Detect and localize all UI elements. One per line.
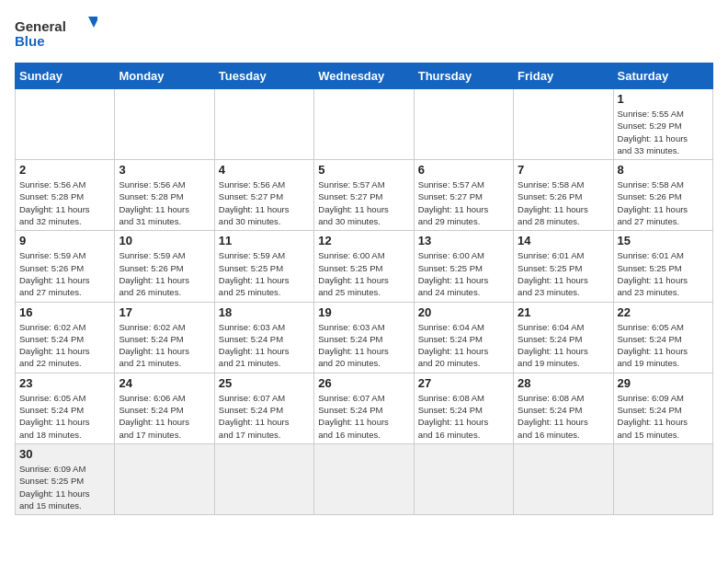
day-number: 11 (219, 234, 310, 247)
calendar-cell: 5Sunrise: 5:57 AM Sunset: 5:27 PM Daylig… (314, 160, 414, 231)
logo-svg: General Blue (15, 15, 97, 52)
calendar-cell (214, 89, 313, 160)
weekday-header: Saturday (613, 63, 712, 89)
calendar-cell: 26Sunrise: 6:07 AM Sunset: 5:24 PM Dayli… (314, 373, 414, 443)
calendar-cell: 14Sunrise: 6:01 AM Sunset: 5:25 PM Dayli… (514, 231, 613, 302)
calendar-cell: 6Sunrise: 5:57 AM Sunset: 5:27 PM Daylig… (414, 160, 513, 231)
day-number: 19 (318, 305, 409, 319)
day-number: 23 (19, 376, 110, 390)
day-number: 27 (418, 376, 509, 390)
day-info: Sunrise: 6:05 AM Sunset: 5:24 PM Dayligh… (19, 392, 110, 441)
calendar-cell: 13Sunrise: 6:00 AM Sunset: 5:25 PM Dayli… (414, 231, 513, 302)
calendar-cell: 7Sunrise: 5:58 AM Sunset: 5:26 PM Daylig… (514, 160, 613, 231)
day-number: 16 (19, 305, 110, 319)
calendar-cell: 4Sunrise: 5:56 AM Sunset: 5:27 PM Daylig… (214, 160, 313, 231)
calendar-cell: 9Sunrise: 5:59 AM Sunset: 5:26 PM Daylig… (16, 231, 115, 302)
calendar-cell (414, 89, 513, 160)
calendar-week-row: 9Sunrise: 5:59 AM Sunset: 5:26 PM Daylig… (16, 231, 713, 302)
calendar-cell (16, 89, 115, 160)
calendar-cell: 11Sunrise: 5:59 AM Sunset: 5:25 PM Dayli… (214, 231, 313, 302)
day-number: 21 (518, 305, 609, 319)
day-number: 8 (618, 163, 709, 177)
calendar-cell: 22Sunrise: 6:05 AM Sunset: 5:24 PM Dayli… (613, 302, 712, 373)
calendar-cell: 15Sunrise: 6:01 AM Sunset: 5:25 PM Dayli… (613, 231, 712, 302)
day-number: 5 (318, 163, 409, 177)
page-header: General Blue (15, 15, 713, 52)
day-info: Sunrise: 6:01 AM Sunset: 5:25 PM Dayligh… (618, 249, 709, 298)
day-info: Sunrise: 6:00 AM Sunset: 5:25 PM Dayligh… (318, 249, 409, 298)
day-info: Sunrise: 6:07 AM Sunset: 5:24 PM Dayligh… (219, 392, 310, 441)
calendar-cell (314, 443, 414, 514)
calendar-cell: 20Sunrise: 6:04 AM Sunset: 5:24 PM Dayli… (414, 302, 513, 373)
calendar-cell (214, 443, 313, 514)
calendar-cell: 27Sunrise: 6:08 AM Sunset: 5:24 PM Dayli… (414, 373, 513, 443)
svg-text:Blue: Blue (15, 33, 45, 49)
calendar-cell: 12Sunrise: 6:00 AM Sunset: 5:25 PM Dayli… (314, 231, 414, 302)
day-number: 7 (518, 163, 609, 177)
day-number: 14 (518, 234, 609, 247)
svg-text:General: General (15, 18, 66, 34)
day-number: 13 (418, 234, 509, 247)
day-info: Sunrise: 5:59 AM Sunset: 5:26 PM Dayligh… (119, 249, 210, 298)
weekday-header: Sunday (16, 63, 115, 89)
calendar-week-row: 2Sunrise: 5:56 AM Sunset: 5:28 PM Daylig… (16, 160, 713, 231)
calendar-cell: 18Sunrise: 6:03 AM Sunset: 5:24 PM Dayli… (214, 302, 313, 373)
day-info: Sunrise: 6:03 AM Sunset: 5:24 PM Dayligh… (318, 321, 409, 370)
day-info: Sunrise: 6:08 AM Sunset: 5:24 PM Dayligh… (418, 392, 509, 441)
day-info: Sunrise: 6:09 AM Sunset: 5:25 PM Dayligh… (19, 463, 110, 511)
day-info: Sunrise: 5:58 AM Sunset: 5:26 PM Dayligh… (518, 178, 609, 227)
calendar-cell: 24Sunrise: 6:06 AM Sunset: 5:24 PM Dayli… (115, 373, 214, 443)
day-number: 3 (119, 163, 210, 177)
day-info: Sunrise: 6:04 AM Sunset: 5:24 PM Dayligh… (518, 321, 609, 370)
day-number: 20 (418, 305, 509, 319)
calendar-week-row: 23Sunrise: 6:05 AM Sunset: 5:24 PM Dayli… (16, 373, 713, 443)
day-info: Sunrise: 5:57 AM Sunset: 5:27 PM Dayligh… (418, 178, 509, 227)
calendar-cell (514, 89, 613, 160)
calendar-cell: 2Sunrise: 5:56 AM Sunset: 5:28 PM Daylig… (16, 160, 115, 231)
day-info: Sunrise: 6:06 AM Sunset: 5:24 PM Dayligh… (119, 392, 210, 441)
day-number: 10 (119, 234, 210, 247)
day-number: 30 (19, 447, 110, 461)
calendar-cell (115, 89, 214, 160)
day-number: 26 (318, 376, 409, 390)
day-number: 12 (318, 234, 409, 247)
svg-marker-2 (88, 17, 97, 28)
day-info: Sunrise: 5:56 AM Sunset: 5:27 PM Dayligh… (219, 178, 310, 227)
day-info: Sunrise: 6:05 AM Sunset: 5:24 PM Dayligh… (618, 321, 709, 370)
day-number: 1 (618, 92, 709, 106)
day-number: 29 (618, 376, 709, 390)
calendar-week-row: 1Sunrise: 5:55 AM Sunset: 5:29 PM Daylig… (16, 89, 713, 160)
calendar-week-row: 16Sunrise: 6:02 AM Sunset: 5:24 PM Dayli… (16, 302, 713, 373)
weekday-header: Tuesday (214, 63, 313, 89)
calendar-cell (613, 443, 712, 514)
day-info: Sunrise: 6:08 AM Sunset: 5:24 PM Dayligh… (518, 392, 609, 441)
day-number: 9 (19, 234, 110, 247)
day-number: 6 (418, 163, 509, 177)
calendar-cell (514, 443, 613, 514)
day-info: Sunrise: 5:58 AM Sunset: 5:26 PM Dayligh… (618, 178, 709, 227)
day-info: Sunrise: 5:55 AM Sunset: 5:29 PM Dayligh… (618, 108, 709, 156)
calendar-cell: 21Sunrise: 6:04 AM Sunset: 5:24 PM Dayli… (514, 302, 613, 373)
day-info: Sunrise: 6:02 AM Sunset: 5:24 PM Dayligh… (119, 321, 210, 370)
day-number: 18 (219, 305, 310, 319)
day-info: Sunrise: 5:59 AM Sunset: 5:26 PM Dayligh… (19, 249, 110, 298)
day-info: Sunrise: 5:56 AM Sunset: 5:28 PM Dayligh… (19, 178, 110, 227)
weekday-header: Thursday (414, 63, 513, 89)
calendar-cell: 1Sunrise: 5:55 AM Sunset: 5:29 PM Daylig… (613, 89, 712, 160)
day-info: Sunrise: 6:01 AM Sunset: 5:25 PM Dayligh… (518, 249, 609, 298)
day-number: 25 (219, 376, 310, 390)
day-info: Sunrise: 5:57 AM Sunset: 5:27 PM Dayligh… (318, 178, 409, 227)
weekday-header: Wednesday (314, 63, 414, 89)
day-number: 4 (219, 163, 310, 177)
calendar-cell: 17Sunrise: 6:02 AM Sunset: 5:24 PM Dayli… (115, 302, 214, 373)
calendar-table: SundayMondayTuesdayWednesdayThursdayFrid… (15, 63, 713, 515)
day-number: 15 (618, 234, 709, 247)
calendar-cell (314, 89, 414, 160)
day-info: Sunrise: 6:04 AM Sunset: 5:24 PM Dayligh… (418, 321, 509, 370)
calendar-cell (414, 443, 513, 514)
logo: General Blue (15, 15, 97, 52)
weekday-header: Friday (514, 63, 613, 89)
calendar-cell: 3Sunrise: 5:56 AM Sunset: 5:28 PM Daylig… (115, 160, 214, 231)
calendar-header-row: SundayMondayTuesdayWednesdayThursdayFrid… (16, 63, 713, 89)
calendar-cell: 29Sunrise: 6:09 AM Sunset: 5:24 PM Dayli… (613, 373, 712, 443)
